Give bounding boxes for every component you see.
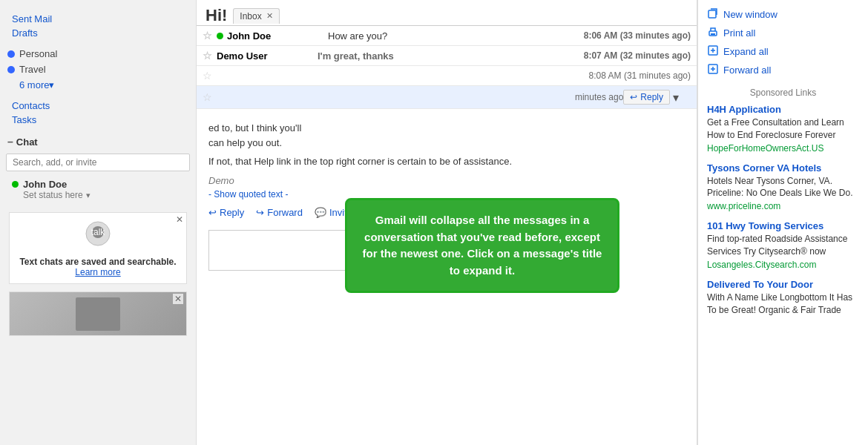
star-icon[interactable]: ☆ bbox=[203, 70, 212, 82]
email-time: 8:06 AM (33 minutes ago) bbox=[584, 30, 691, 41]
email-list: ☆ John Doe How are you? 8:06 AM (33 minu… bbox=[197, 25, 697, 109]
email-time: minutes ago bbox=[575, 92, 623, 102]
video-thumbnail bbox=[76, 297, 120, 331]
ad-url-3: Losangeles.Citysearch.com bbox=[707, 260, 859, 270]
new-window-link[interactable]: New window bbox=[707, 7, 859, 22]
talk-ad-close[interactable]: ✕ bbox=[176, 214, 183, 225]
sponsored-links-header: Sponsored Links bbox=[707, 88, 859, 98]
sidebar-label-personal[interactable]: Personal bbox=[0, 46, 196, 62]
expand-all-link[interactable]: Expand all bbox=[707, 44, 859, 59]
chat-user-john-doe: John Doe Set status here ▾ bbox=[0, 174, 196, 205]
reply-arrow-icon: ↩ bbox=[630, 92, 637, 102]
talk-ad-block: ✕ talk Text chats are saved and searchab… bbox=[9, 212, 187, 284]
svg-rect-5 bbox=[711, 33, 715, 35]
reply-action-link[interactable]: ↩ Reply bbox=[208, 207, 244, 218]
hi-greeting: Hi! bbox=[206, 6, 227, 25]
inbox-tab[interactable]: Inbox ✕ bbox=[233, 8, 279, 24]
forward-all-icon bbox=[707, 63, 719, 77]
chat-collapse-icon[interactable]: – bbox=[7, 136, 13, 148]
sidebar-item-tasks[interactable]: Tasks bbox=[0, 113, 196, 127]
travel-dot bbox=[7, 66, 15, 73]
svg-rect-3 bbox=[708, 10, 716, 18]
star-icon[interactable]: ☆ bbox=[203, 50, 212, 62]
talk-ad-text: Text chats are saved and searchable. bbox=[16, 257, 180, 267]
expand-all-icon bbox=[707, 44, 719, 59]
video-ad-close[interactable]: ✕ bbox=[173, 294, 183, 304]
email-snippet: How are you? bbox=[323, 30, 584, 42]
new-window-icon bbox=[707, 7, 719, 22]
ad-title-3[interactable]: 101 Hwy Towing Services bbox=[707, 220, 859, 231]
email-row[interactable]: ☆ 8:08 AM (31 minutes ago) bbox=[197, 66, 697, 86]
print-icon bbox=[707, 26, 719, 40]
forward-action-icon: ↪ bbox=[256, 207, 264, 218]
sidebar-label-travel[interactable]: Travel bbox=[0, 62, 196, 77]
ad-text-1: Get a Free Consultation and Learn How to… bbox=[707, 116, 859, 142]
video-ad-block: ✕ bbox=[9, 291, 187, 336]
online-indicator bbox=[217, 33, 223, 39]
email-row[interactable]: ☆ minutes ago ↩ Reply ▾ bbox=[197, 86, 697, 109]
forward-action-link[interactable]: ↪ Forward bbox=[256, 207, 303, 218]
talk-icon: talk bbox=[16, 219, 180, 254]
sidebar-item-sent-mail[interactable]: Sent Mail bbox=[0, 12, 196, 26]
star-icon[interactable]: ☆ bbox=[203, 30, 212, 42]
sidebar-label-more[interactable]: 6 more▾ bbox=[0, 77, 196, 93]
right-sidebar-actions: New window Print all Expand all bbox=[707, 7, 859, 77]
print-all-link[interactable]: Print all bbox=[707, 26, 859, 40]
dropdown-icon[interactable]: ▾ bbox=[673, 90, 691, 105]
email-time: 8:07 AM (32 minutes ago) bbox=[584, 50, 691, 61]
status-dropdown-arrow[interactable]: ▾ bbox=[86, 191, 91, 200]
inbox-tab-close[interactable]: ✕ bbox=[266, 11, 273, 21]
tooltip-overlay: Gmail will collapse all the messages in … bbox=[345, 198, 619, 293]
ad-url-2: www.priceline.com bbox=[707, 201, 859, 211]
ad-block-1: H4H Application Get a Free Consultation … bbox=[707, 104, 859, 154]
star-icon[interactable]: ☆ bbox=[203, 91, 212, 103]
email-row[interactable]: ☆ John Doe How are you? 8:06 AM (33 minu… bbox=[197, 26, 697, 46]
personal-dot bbox=[7, 50, 15, 58]
sender-name: John Doe bbox=[227, 30, 323, 42]
ad-block-3: 101 Hwy Towing Services Find top-rated R… bbox=[707, 220, 859, 270]
ad-block-4: Delivered To Your Door With A Name Like … bbox=[707, 279, 859, 317]
ad-text-4: With A Name Like Longbottom It Has To be… bbox=[707, 291, 859, 317]
forward-all-link[interactable]: Forward all bbox=[707, 63, 859, 77]
message-signature: Demo bbox=[208, 175, 685, 186]
sender-name: Demo User bbox=[217, 50, 313, 62]
inbox-header: Hi! Inbox ✕ bbox=[197, 0, 697, 25]
talk-ad-learn-more[interactable]: Learn more bbox=[16, 267, 180, 277]
svg-text:talk: talk bbox=[91, 227, 106, 237]
message-body-text1: ed to, but I think you'llcan help you ou… bbox=[208, 121, 685, 150]
user-online-indicator bbox=[12, 181, 19, 188]
left-sidebar: Sent Mail Drafts Personal Travel 6 more▾… bbox=[0, 0, 197, 445]
ad-text-3: Find top-rated Roadside Assistance Servi… bbox=[707, 233, 859, 258]
email-body-area: ed to, but I think you'llcan help you ou… bbox=[197, 109, 697, 445]
sidebar-item-drafts[interactable]: Drafts bbox=[0, 26, 196, 40]
sidebar-item-contacts[interactable]: Contacts bbox=[0, 99, 196, 113]
chat-search-input[interactable] bbox=[6, 154, 190, 171]
email-snippet: I'm great, thanks bbox=[313, 50, 584, 62]
ad-title-4[interactable]: Delivered To Your Door bbox=[707, 279, 859, 290]
reply-button[interactable]: ↩ Reply bbox=[623, 90, 670, 105]
email-row[interactable]: ☆ Demo User I'm great, thanks 8:07 AM (3… bbox=[197, 46, 697, 66]
chat-section-header: – Chat bbox=[0, 133, 196, 151]
main-content: Hi! Inbox ✕ ☆ John Doe How are you? 8:06… bbox=[197, 0, 697, 445]
email-time: 8:08 AM (31 minutes ago) bbox=[589, 70, 691, 81]
chat-invite-icon: 💬 bbox=[315, 207, 326, 218]
ad-block-2: Tysons Corner VA Hotels Hotels Near Tyso… bbox=[707, 162, 859, 212]
ad-text-2: Hotels Near Tysons Corner, VA. Priceline… bbox=[707, 175, 859, 200]
ad-title-1[interactable]: H4H Application bbox=[707, 104, 859, 115]
ad-title-2[interactable]: Tysons Corner VA Hotels bbox=[707, 162, 859, 174]
right-sidebar: New window Print all Expand all bbox=[697, 0, 868, 445]
reply-action-icon: ↩ bbox=[208, 207, 217, 218]
message-body-text2: If not, that Help link in the top right … bbox=[208, 154, 685, 169]
ad-url-1: HopeForHomeOwnersAct.US bbox=[707, 143, 859, 154]
